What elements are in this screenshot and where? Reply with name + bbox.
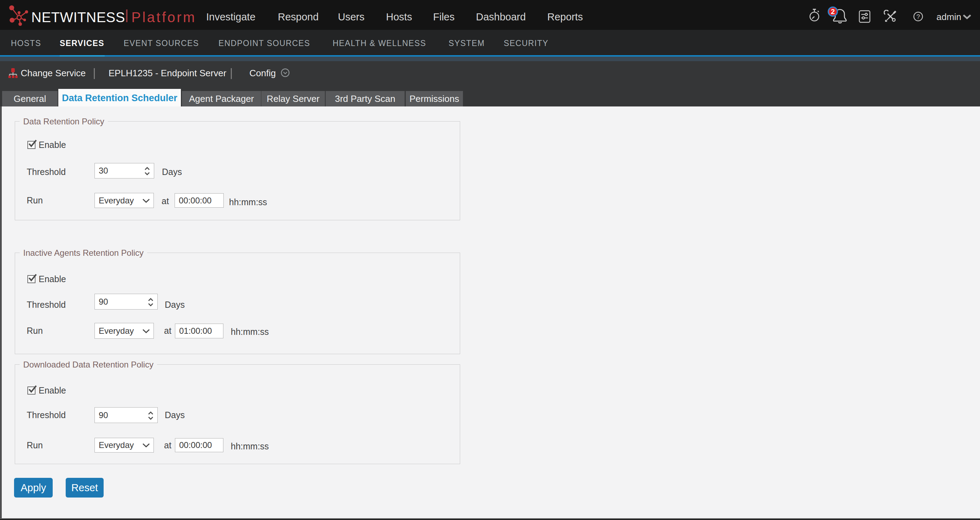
svg-text:?: ?: [916, 13, 920, 21]
svg-text:2: 2: [831, 8, 835, 16]
